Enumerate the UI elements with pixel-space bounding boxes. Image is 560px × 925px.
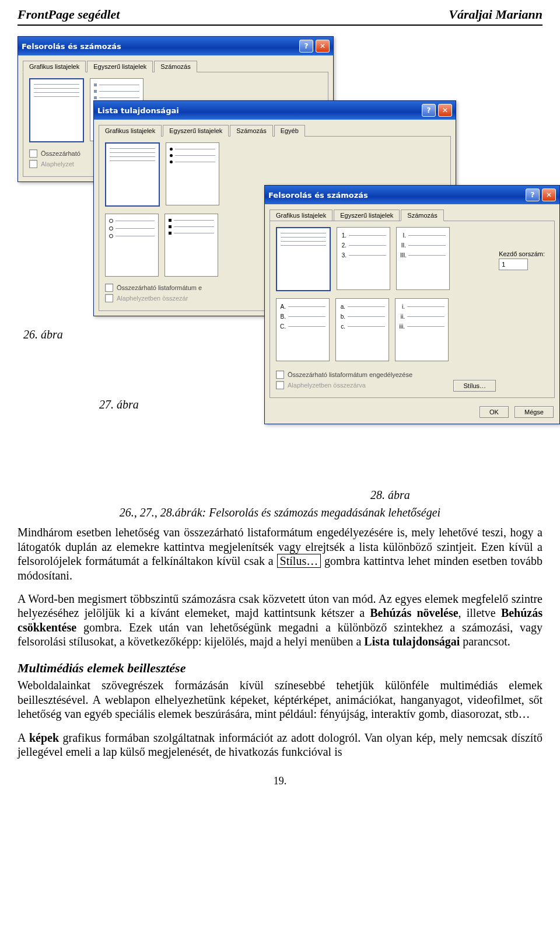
close-icon[interactable]: ✕ xyxy=(542,189,556,201)
titlebar[interactable]: Felsorolás és számozás ? ✕ xyxy=(18,37,333,55)
tab-grafikus-listajelek[interactable]: Grafikus listajelek xyxy=(99,125,162,137)
tab-szamozas[interactable]: Számozás xyxy=(230,125,272,137)
style-thumb[interactable]: 1. 2. 3. xyxy=(337,227,390,290)
close-icon[interactable]: ✕ xyxy=(316,40,330,53)
caption-27: 27. ábra xyxy=(99,398,139,411)
kezdo-input[interactable]: 1 xyxy=(499,259,528,270)
ok-button[interactable]: OK xyxy=(480,406,509,418)
tab-szamozas[interactable]: Számozás xyxy=(401,210,443,221)
page-number: 19. xyxy=(0,768,560,799)
checkbox-osszezarhato[interactable]: Összezárható listaformátum engedélyezése xyxy=(276,371,412,379)
tab-egyszeru-listajelek[interactable]: Egyszerű listajelek xyxy=(334,210,400,221)
tab-egyszeru-listajelek[interactable]: Egyszerű listajelek xyxy=(163,125,229,137)
style-thumb[interactable] xyxy=(105,142,160,207)
style-thumb[interactable]: A. B. C. xyxy=(276,298,330,361)
help-icon[interactable]: ? xyxy=(422,104,436,117)
paragraph-3: Weboldalainkat szövegrészek formázásán k… xyxy=(18,678,542,721)
paragraph-4: A képek grafikus formában szolgáltatnak … xyxy=(18,731,542,759)
dialog-title: Felsorolás és számozás xyxy=(22,42,121,51)
stilus-button[interactable]: Stílus… xyxy=(453,380,496,392)
header-left: FrontPage segédlet xyxy=(18,7,120,22)
checkbox-alaphelyzet: Alaphelyzetben összezárva xyxy=(276,381,412,389)
dialog-felsorolas-3: Felsorolás és számozás ? ✕ Grafikus list… xyxy=(264,185,560,424)
style-thumb[interactable] xyxy=(105,214,159,277)
close-icon[interactable]: ✕ xyxy=(438,104,452,117)
help-icon[interactable]: ? xyxy=(526,189,540,201)
help-icon[interactable]: ? xyxy=(299,40,313,53)
titlebar[interactable]: Felsorolás és számozás ? ✕ xyxy=(265,186,559,204)
tab-egyeb[interactable]: Egyéb xyxy=(274,125,305,137)
style-thumb[interactable]: a. b. c. xyxy=(335,298,389,361)
style-thumb[interactable] xyxy=(29,78,84,142)
cancel-button[interactable]: Mégse xyxy=(514,406,554,418)
dialog-title: Felsorolás és számozás xyxy=(268,191,368,200)
figure-line: 26., 27., 28.ábrák: Felsorolás és számoz… xyxy=(18,505,542,519)
style-thumb[interactable]: i. ii. iii. xyxy=(395,298,449,361)
header-right: Váraljai Mariann xyxy=(449,7,542,22)
caption-28: 28. ábra xyxy=(370,488,410,502)
tab-szamozas[interactable]: Számozás xyxy=(154,61,197,72)
paragraph-2: A Word-ben megismert többszintű számozás… xyxy=(18,592,542,649)
heading-multimedia: Multimédiás elemek beillesztése xyxy=(18,661,542,676)
caption-26: 26. ábra xyxy=(23,328,63,341)
stilus-boxed: Stílus… xyxy=(277,554,321,568)
style-thumb[interactable] xyxy=(276,227,331,291)
style-thumb[interactable] xyxy=(166,142,219,205)
style-thumb[interactable] xyxy=(164,214,218,277)
tab-grafikus-listajelek[interactable]: Grafikus listajelek xyxy=(270,210,332,221)
tab-egyszeru-listajelek[interactable]: Egyszerű listajelek xyxy=(87,61,153,72)
style-thumb[interactable]: I. II. III. xyxy=(396,227,450,290)
header-rule xyxy=(18,25,542,26)
kezdo-sorszam: Kezdő sorszám: 1 xyxy=(499,250,545,270)
tab-grafikus-listajelek[interactable]: Grafikus listajelek xyxy=(23,61,86,72)
paragraph-1: Mindhárom esetben lehetőség van összezár… xyxy=(18,525,542,582)
dialog-title: Lista tulajdonságai xyxy=(97,106,179,115)
titlebar[interactable]: Lista tulajdonságai ? ✕ xyxy=(94,101,456,120)
